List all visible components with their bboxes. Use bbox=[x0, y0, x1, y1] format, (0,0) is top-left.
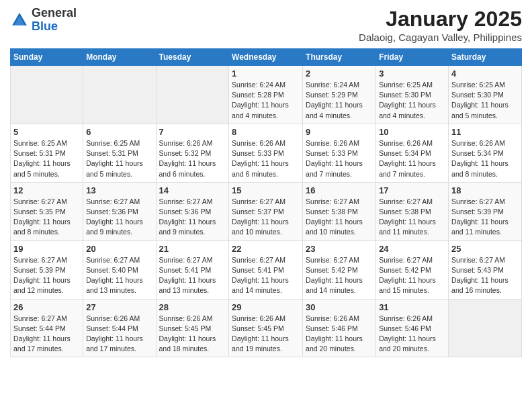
table-row: 28Sunrise: 6:26 AMSunset: 5:45 PMDayligh… bbox=[156, 299, 229, 357]
day-number: 7 bbox=[159, 127, 226, 137]
header-sunday: Sunday bbox=[11, 49, 83, 66]
day-info: Sunrise: 6:26 AMSunset: 5:33 PMDaylight:… bbox=[232, 138, 300, 179]
day-info: Sunrise: 6:27 AMSunset: 5:44 PMDaylight:… bbox=[13, 314, 80, 355]
table-row: 5Sunrise: 6:25 AMSunset: 5:31 PMDaylight… bbox=[11, 124, 83, 182]
day-number: 21 bbox=[159, 244, 226, 254]
day-number: 17 bbox=[379, 185, 445, 195]
page: General Blue January 2025 Dalaoig, Cagay… bbox=[0, 0, 532, 411]
day-info: Sunrise: 6:26 AMSunset: 5:34 PMDaylight:… bbox=[379, 138, 445, 179]
page-title: January 2025 bbox=[359, 7, 522, 32]
day-info: Sunrise: 6:24 AMSunset: 5:29 PMDaylight:… bbox=[306, 80, 373, 121]
day-number: 8 bbox=[232, 127, 300, 137]
calendar-week-row: 1Sunrise: 6:24 AMSunset: 5:28 PMDaylight… bbox=[11, 66, 522, 124]
day-info: Sunrise: 6:27 AMSunset: 5:41 PMDaylight:… bbox=[232, 255, 300, 296]
day-info: Sunrise: 6:27 AMSunset: 5:36 PMDaylight:… bbox=[86, 197, 152, 238]
day-info: Sunrise: 6:25 AMSunset: 5:31 PMDaylight:… bbox=[86, 138, 152, 179]
table-row bbox=[11, 66, 83, 124]
day-info: Sunrise: 6:27 AMSunset: 5:42 PMDaylight:… bbox=[306, 255, 373, 296]
day-number: 16 bbox=[306, 185, 373, 195]
header-monday: Monday bbox=[83, 49, 156, 66]
table-row: 8Sunrise: 6:26 AMSunset: 5:33 PMDaylight… bbox=[229, 124, 303, 182]
day-info: Sunrise: 6:26 AMSunset: 5:44 PMDaylight:… bbox=[86, 314, 152, 355]
day-number: 13 bbox=[86, 185, 152, 195]
day-info: Sunrise: 6:26 AMSunset: 5:34 PMDaylight:… bbox=[451, 138, 519, 179]
table-row: 14Sunrise: 6:27 AMSunset: 5:36 PMDayligh… bbox=[156, 182, 229, 240]
table-row: 25Sunrise: 6:27 AMSunset: 5:43 PMDayligh… bbox=[449, 240, 522, 299]
day-info: Sunrise: 6:24 AMSunset: 5:28 PMDaylight:… bbox=[232, 80, 300, 121]
header-tuesday: Tuesday bbox=[156, 49, 229, 66]
page-subtitle: Dalaoig, Cagayan Valley, Philippines bbox=[359, 32, 522, 43]
table-row: 30Sunrise: 6:26 AMSunset: 5:46 PMDayligh… bbox=[303, 299, 376, 357]
table-row: 16Sunrise: 6:27 AMSunset: 5:38 PMDayligh… bbox=[303, 182, 376, 240]
table-row: 24Sunrise: 6:27 AMSunset: 5:42 PMDayligh… bbox=[376, 240, 449, 299]
day-info: Sunrise: 6:27 AMSunset: 5:39 PMDaylight:… bbox=[13, 255, 80, 296]
calendar-header-row: Sunday Monday Tuesday Wednesday Thursday… bbox=[11, 49, 522, 66]
day-number: 19 bbox=[13, 244, 80, 254]
day-info: Sunrise: 6:25 AMSunset: 5:31 PMDaylight:… bbox=[13, 138, 80, 179]
table-row: 18Sunrise: 6:27 AMSunset: 5:39 PMDayligh… bbox=[449, 182, 522, 240]
table-row: 17Sunrise: 6:27 AMSunset: 5:38 PMDayligh… bbox=[376, 182, 449, 240]
day-number: 20 bbox=[86, 244, 152, 254]
calendar-week-row: 19Sunrise: 6:27 AMSunset: 5:39 PMDayligh… bbox=[11, 240, 522, 299]
table-row bbox=[83, 66, 156, 124]
logo-blue-text: Blue bbox=[32, 19, 58, 33]
day-number: 15 bbox=[232, 185, 300, 195]
day-info: Sunrise: 6:26 AMSunset: 5:46 PMDaylight:… bbox=[306, 314, 373, 355]
logo-icon bbox=[10, 11, 29, 30]
header-wednesday: Wednesday bbox=[229, 49, 303, 66]
day-number: 4 bbox=[451, 68, 519, 79]
table-row: 26Sunrise: 6:27 AMSunset: 5:44 PMDayligh… bbox=[11, 299, 83, 357]
day-info: Sunrise: 6:27 AMSunset: 5:38 PMDaylight:… bbox=[306, 197, 373, 238]
table-row: 23Sunrise: 6:27 AMSunset: 5:42 PMDayligh… bbox=[303, 240, 376, 299]
day-number: 31 bbox=[379, 302, 445, 312]
day-info: Sunrise: 6:27 AMSunset: 5:39 PMDaylight:… bbox=[451, 197, 519, 238]
day-number: 14 bbox=[159, 185, 226, 195]
day-number: 26 bbox=[13, 302, 80, 312]
day-info: Sunrise: 6:26 AMSunset: 5:45 PMDaylight:… bbox=[159, 314, 226, 355]
table-row: 2Sunrise: 6:24 AMSunset: 5:29 PMDaylight… bbox=[303, 66, 376, 124]
calendar-week-row: 26Sunrise: 6:27 AMSunset: 5:44 PMDayligh… bbox=[11, 299, 522, 357]
day-info: Sunrise: 6:27 AMSunset: 5:41 PMDaylight:… bbox=[159, 255, 226, 296]
table-row: 15Sunrise: 6:27 AMSunset: 5:37 PMDayligh… bbox=[229, 182, 303, 240]
day-number: 28 bbox=[159, 302, 226, 312]
day-number: 29 bbox=[232, 302, 300, 312]
day-info: Sunrise: 6:27 AMSunset: 5:36 PMDaylight:… bbox=[159, 197, 226, 238]
header-friday: Friday bbox=[376, 49, 449, 66]
table-row: 21Sunrise: 6:27 AMSunset: 5:41 PMDayligh… bbox=[156, 240, 229, 299]
calendar-week-row: 5Sunrise: 6:25 AMSunset: 5:31 PMDaylight… bbox=[11, 124, 522, 182]
table-row: 1Sunrise: 6:24 AMSunset: 5:28 PMDaylight… bbox=[229, 66, 303, 124]
calendar-week-row: 12Sunrise: 6:27 AMSunset: 5:35 PMDayligh… bbox=[11, 182, 522, 240]
logo-text: General Blue bbox=[32, 7, 77, 34]
header: General Blue January 2025 Dalaoig, Cagay… bbox=[10, 7, 522, 43]
table-row: 27Sunrise: 6:26 AMSunset: 5:44 PMDayligh… bbox=[83, 299, 156, 357]
day-number: 30 bbox=[306, 302, 373, 312]
day-number: 5 bbox=[13, 127, 80, 137]
day-number: 3 bbox=[379, 68, 445, 79]
day-info: Sunrise: 6:27 AMSunset: 5:42 PMDaylight:… bbox=[379, 255, 445, 296]
day-info: Sunrise: 6:26 AMSunset: 5:33 PMDaylight:… bbox=[306, 138, 373, 179]
day-number: 23 bbox=[306, 244, 373, 254]
day-number: 18 bbox=[451, 185, 519, 195]
table-row: 9Sunrise: 6:26 AMSunset: 5:33 PMDaylight… bbox=[303, 124, 376, 182]
table-row: 3Sunrise: 6:25 AMSunset: 5:30 PMDaylight… bbox=[376, 66, 449, 124]
table-row bbox=[156, 66, 229, 124]
day-info: Sunrise: 6:26 AMSunset: 5:46 PMDaylight:… bbox=[379, 314, 445, 355]
table-row: 12Sunrise: 6:27 AMSunset: 5:35 PMDayligh… bbox=[11, 182, 83, 240]
table-row: 13Sunrise: 6:27 AMSunset: 5:36 PMDayligh… bbox=[83, 182, 156, 240]
day-info: Sunrise: 6:27 AMSunset: 5:37 PMDaylight:… bbox=[232, 197, 300, 238]
table-row: 4Sunrise: 6:25 AMSunset: 5:30 PMDaylight… bbox=[449, 66, 522, 124]
header-saturday: Saturday bbox=[449, 49, 522, 66]
table-row: 31Sunrise: 6:26 AMSunset: 5:46 PMDayligh… bbox=[376, 299, 449, 357]
calendar-table: Sunday Monday Tuesday Wednesday Thursday… bbox=[10, 48, 522, 357]
day-info: Sunrise: 6:27 AMSunset: 5:43 PMDaylight:… bbox=[451, 255, 519, 296]
day-info: Sunrise: 6:25 AMSunset: 5:30 PMDaylight:… bbox=[451, 80, 519, 121]
table-row: 20Sunrise: 6:27 AMSunset: 5:40 PMDayligh… bbox=[83, 240, 156, 299]
day-number: 11 bbox=[451, 127, 519, 137]
day-number: 27 bbox=[86, 302, 152, 312]
header-thursday: Thursday bbox=[303, 49, 376, 66]
logo-general-text: General bbox=[32, 6, 77, 19]
day-number: 10 bbox=[379, 127, 445, 137]
table-row: 29Sunrise: 6:26 AMSunset: 5:45 PMDayligh… bbox=[229, 299, 303, 357]
day-number: 25 bbox=[451, 244, 519, 254]
table-row: 7Sunrise: 6:26 AMSunset: 5:32 PMDaylight… bbox=[156, 124, 229, 182]
